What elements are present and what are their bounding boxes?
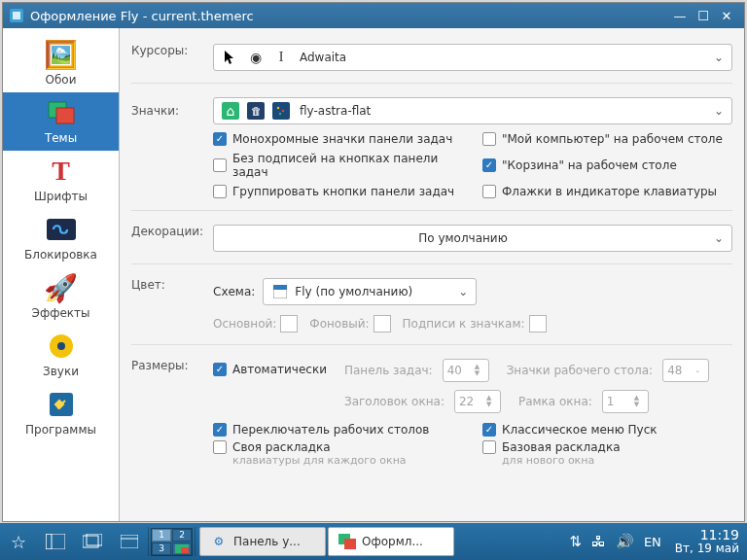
task-label: Панель у... — [233, 535, 301, 548]
windows-button[interactable] — [111, 523, 148, 560]
chevron-down-icon: ⌄ — [714, 231, 724, 245]
workspace-4[interactable] — [172, 542, 192, 555]
cursors-label: Курсоры: — [131, 44, 213, 57]
sidebar-item-effects[interactable]: 🚀 Эффекты — [3, 267, 119, 326]
sidebar-item-sounds[interactable]: Звуки — [3, 326, 119, 384]
fonts-icon: T — [52, 157, 70, 186]
sidebar-item-themes[interactable]: Темы — [3, 92, 119, 151]
check-base-layout-sub: для нового окна — [502, 454, 732, 467]
workspace-2[interactable]: 2 — [172, 529, 192, 542]
color-label: Цвет: — [131, 278, 213, 292]
sidebar-item-label: Шрифты — [34, 190, 88, 203]
check-keyboard-flags[interactable]: Флажки в индикаторе клавиатуры — [482, 185, 732, 198]
sidebar: 🖼️ Обои Темы T Шрифты Блокировка 🚀 — [3, 28, 120, 521]
svg-rect-18 — [121, 535, 138, 548]
taskbar: ☆ 1 2 3 ⚙ Панель у... Оформл... — [0, 523, 747, 560]
desktop-icons-size-label: Значки рабочего стола: — [507, 364, 654, 377]
check-mono-taskbar-icons[interactable]: Монохромные значки панели задач — [213, 132, 463, 146]
gear-icon: ⚙ — [210, 533, 228, 550]
sidebar-item-label: Блокировка — [24, 248, 97, 262]
keyboard-layout-indicator[interactable]: EN — [644, 535, 661, 549]
sizes-row: Размеры: Автоматически Панель задач: 40▲… — [131, 353, 732, 472]
scheme-combo[interactable]: Fly (по умолчанию) ⌄ — [263, 278, 477, 305]
start-button[interactable]: ☆ — [0, 523, 37, 560]
titlebar[interactable]: Оформление Fly - current.themerc — ☐ ✕ — [3, 3, 744, 28]
close-button[interactable]: ✕ — [715, 6, 738, 25]
svg-rect-3 — [56, 108, 74, 123]
svg-rect-21 — [181, 547, 189, 553]
decorations-combo[interactable]: По умолчанию ⌄ — [213, 225, 732, 252]
minimize-button[interactable]: — — [668, 6, 692, 25]
workspace-pager[interactable]: 1 2 3 — [149, 523, 195, 560]
check-base-layout[interactable]: Базовая раскладка — [482, 440, 732, 454]
window-border-size-spin[interactable]: 1▲▼ — [602, 390, 649, 413]
check-trash-desktop[interactable]: "Корзина" на рабочем столе — [482, 152, 732, 179]
show-desktop-button[interactable] — [74, 523, 111, 560]
task-control-panel[interactable]: ⚙ Панель у... — [199, 527, 326, 556]
programs-icon — [48, 390, 75, 419]
effects-icon: 🚀 — [44, 273, 78, 302]
icons-label: Значки: — [131, 104, 213, 118]
network-icon[interactable]: 🖧 — [591, 533, 606, 550]
check-workspace-switcher[interactable]: Переключатель рабочих столов — [213, 423, 463, 437]
primary-color-swatch[interactable] — [280, 315, 298, 332]
sidebar-item-fonts[interactable]: T Шрифты — [3, 151, 119, 209]
home-icon: ⌂ — [222, 102, 239, 120]
sidebar-item-wallpaper[interactable]: 🖼️ Обои — [3, 34, 119, 92]
task-label: Оформл... — [362, 535, 423, 548]
chevron-down-icon: ⌄ — [714, 51, 724, 64]
usb-icon[interactable]: ⇅ — [569, 533, 582, 550]
primary-color-label: Основной: — [213, 317, 276, 331]
sidebar-item-label: Темы — [45, 131, 77, 145]
lock-icon — [47, 215, 76, 244]
svg-point-10 — [282, 110, 284, 112]
caption-color-label: Подписи к значкам: — [403, 317, 525, 331]
main-content: Курсоры: ◉ I Adwaita ⌄ — [120, 28, 744, 521]
task-appearance[interactable]: Оформл... — [328, 527, 454, 556]
cursor-text-icon: I — [272, 49, 290, 66]
app-icon — [9, 8, 24, 23]
check-no-captions-taskbar[interactable]: Без подписей на кнопках панели задач — [213, 152, 463, 179]
sidebar-item-label: Звуки — [43, 365, 79, 378]
scheme-icon — [271, 283, 289, 300]
desktop-icons-size-spin[interactable]: 48⌄ — [662, 359, 709, 382]
cursors-row: Курсоры: ◉ I Adwaita ⌄ — [131, 38, 732, 84]
cursor-arrow-icon — [222, 49, 239, 66]
check-group-taskbar[interactable]: Группировать кнопки панели задач — [213, 185, 463, 198]
sidebar-item-programs[interactable]: Программы — [3, 384, 119, 442]
sizes-label: Размеры: — [131, 359, 213, 372]
window-title: Оформление Fly - current.themerc — [30, 9, 254, 23]
check-own-layout[interactable]: Своя раскладка — [213, 440, 463, 454]
clock-date: Вт, 19 май — [675, 542, 739, 555]
clock[interactable]: 11:19 Вт, 19 май — [675, 528, 739, 556]
svg-rect-13 — [273, 285, 287, 290]
svg-point-9 — [277, 107, 279, 109]
themes-icon — [47, 98, 76, 127]
cursors-combo[interactable]: ◉ I Adwaita ⌄ — [213, 44, 732, 71]
icons-combo[interactable]: ⌂ 🗑 fly-astra-flat ⌄ — [213, 97, 732, 124]
cursors-value: Adwaita — [300, 51, 346, 64]
svg-rect-15 — [46, 534, 52, 549]
caption-color-swatch[interactable] — [529, 315, 547, 332]
background-color-swatch[interactable] — [374, 315, 391, 332]
workspace-3[interactable]: 3 — [152, 542, 171, 555]
check-classic-start[interactable]: Классическое меню Пуск — [482, 423, 732, 437]
window-title-size-spin[interactable]: 22▲▼ — [454, 390, 501, 413]
svg-rect-8 — [274, 104, 288, 118]
volume-icon[interactable]: 🔊 — [616, 533, 634, 550]
svg-rect-14 — [46, 534, 65, 549]
maximize-button[interactable]: ☐ — [692, 6, 715, 25]
sidebar-item-lock[interactable]: Блокировка — [3, 209, 119, 267]
cursor-busy-icon: ◉ — [247, 49, 265, 66]
taskbar-size-spin[interactable]: 40▲▼ — [443, 359, 489, 382]
check-auto-sizes[interactable]: Автоматически — [213, 363, 327, 376]
window-border-size-label: Рамка окна: — [518, 395, 592, 408]
sidebar-item-label: Эффекты — [32, 306, 90, 320]
decorations-label: Декорации: — [131, 225, 213, 238]
background-color-label: Фоновый: — [309, 317, 369, 331]
check-mycomputer-desktop[interactable]: "Мой компьютер" на рабочем столе — [482, 132, 732, 146]
system-tray: ⇅ 🖧 🔊 EN 11:19 Вт, 19 май — [561, 523, 747, 560]
wallpaper-icon: 🖼️ — [44, 40, 78, 69]
workspace-1[interactable]: 1 — [152, 529, 171, 542]
filemanager-button[interactable] — [37, 523, 74, 560]
